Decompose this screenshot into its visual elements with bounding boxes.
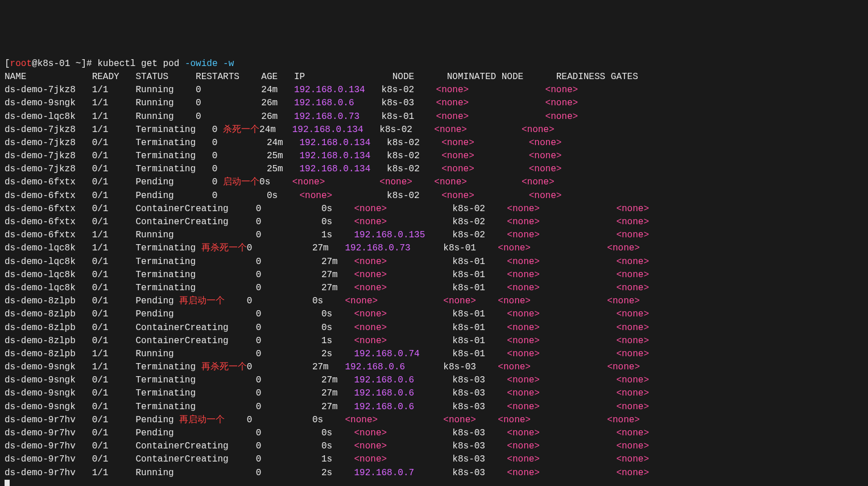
table-row: ds-demo-9r7hv 0/1 ContainerCreating 0 0s…: [5, 441, 649, 451]
prompt-user: root: [10, 59, 32, 69]
table-row: ds-demo-8zlpb 0/1 ContainerCreating 0 0s…: [5, 323, 649, 333]
table-row: ds-demo-lqc8k 0/1 Terminating 0 27m <non…: [5, 270, 649, 280]
prompt-at: @: [32, 59, 38, 69]
table-row: ds-demo-8zlpb 0/1 ContainerCreating 0 1s…: [5, 336, 649, 346]
terminal-cursor: [5, 480, 10, 486]
table-row: ds-demo-9sngk 1/1 Running 0 26m 192.168.…: [5, 98, 578, 108]
table-row: ds-demo-9r7hv 1/1 Running 0 2s 192.168.0…: [5, 468, 649, 478]
table-row: ds-demo-9r7hv 0/1 Pending 再启动一个 0 0s <no…: [5, 415, 640, 425]
table-row: ds-demo-9sngk 0/1 Terminating 0 27m 192.…: [5, 375, 649, 385]
header-row: NAME READY STATUS RESTARTS AGE IP NODE N…: [5, 72, 638, 82]
table-row: ds-demo-6fxtx 0/1 ContainerCreating 0 0s…: [5, 204, 649, 214]
table-row: ds-demo-6fxtx 1/1 Running 0 1s 192.168.0…: [5, 230, 649, 240]
prompt-line: [root@k8s-01 ~]# kubectl get pod -owide …: [5, 59, 234, 69]
table-row: ds-demo-lqc8k 1/1 Running 0 26m 192.168.…: [5, 112, 578, 122]
table-row: ds-demo-9r7hv 0/1 Pending 0 0s <none> k8…: [5, 428, 649, 438]
table-row: ds-demo-lqc8k 0/1 Terminating 0 27m <non…: [5, 283, 649, 293]
prompt-open: [: [5, 59, 10, 69]
terminal-output[interactable]: [root@k8s-01 ~]# kubectl get pod -owide …: [5, 57, 863, 486]
table-row: ds-demo-8zlpb 0/1 Pending 0 0s <none> k8…: [5, 309, 649, 319]
table-row: ds-demo-7jkz8 0/1 Terminating 0 25m 192.…: [5, 164, 561, 174]
table-row: ds-demo-8zlpb 1/1 Running 0 2s 192.168.0…: [5, 349, 649, 359]
table-row: ds-demo-9r7hv 0/1 ContainerCreating 0 1s…: [5, 454, 649, 464]
prompt-host: k8s-01: [38, 59, 71, 69]
table-row: ds-demo-7jkz8 1/1 Running 0 24m 192.168.…: [5, 85, 578, 95]
table-row: ds-demo-6fxtx 0/1 ContainerCreating 0 0s…: [5, 217, 649, 227]
table-row: ds-demo-lqc8k 1/1 Terminating 再杀死一个0 27m…: [5, 243, 640, 253]
table-row: ds-demo-6fxtx 0/1 Pending 0 启动一个0s <none…: [5, 177, 555, 187]
prompt-close: ]#: [81, 59, 97, 69]
command-flags: -owide -w: [185, 59, 234, 69]
table-row: ds-demo-9sngk 1/1 Terminating 再杀死一个0 27m…: [5, 362, 640, 372]
table-row: ds-demo-lqc8k 0/1 Terminating 0 27m <non…: [5, 257, 649, 267]
table-row: ds-demo-6fxtx 0/1 Pending 0 0s <none> k8…: [5, 191, 561, 201]
table-row: ds-demo-9sngk 0/1 Terminating 0 27m 192.…: [5, 388, 649, 398]
prompt-path: ~: [70, 59, 81, 69]
table-row: ds-demo-7jkz8 0/1 Terminating 0 25m 192.…: [5, 151, 561, 161]
table-row: ds-demo-8zlpb 0/1 Pending 再启动一个 0 0s <no…: [5, 296, 640, 306]
table-row: ds-demo-7jkz8 1/1 Terminating 0 杀死一个24m …: [5, 125, 555, 135]
command-text: kubectl get pod: [97, 59, 185, 69]
table-row: ds-demo-7jkz8 0/1 Terminating 0 24m 192.…: [5, 138, 561, 148]
table-row: ds-demo-9sngk 0/1 Terminating 0 27m 192.…: [5, 402, 649, 412]
